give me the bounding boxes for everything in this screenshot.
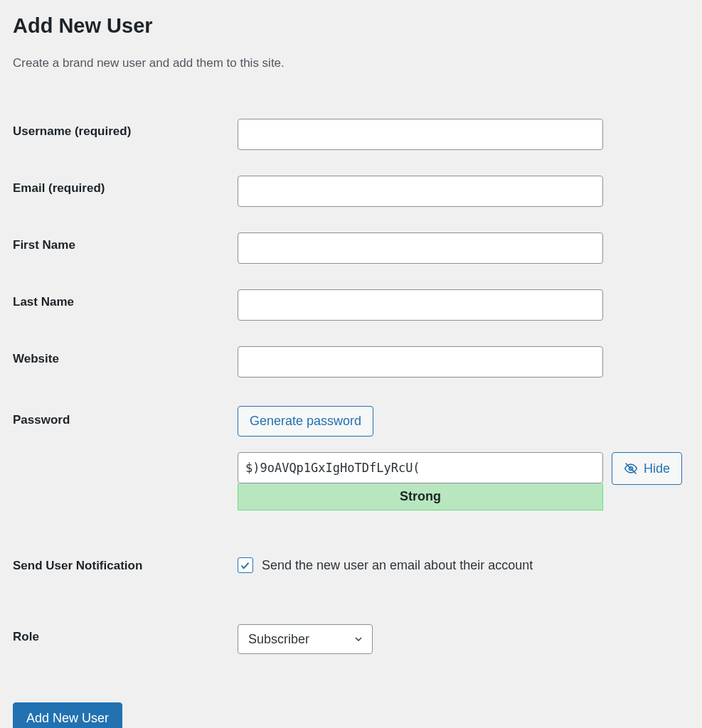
notification-label: Send User Notification	[13, 559, 142, 572]
password-label: Password	[13, 413, 70, 427]
send-notification-checkbox[interactable]	[238, 557, 253, 573]
hide-password-button[interactable]: Hide	[612, 452, 682, 485]
username-label: Username (required)	[13, 124, 131, 138]
role-select[interactable]: Subscriber	[238, 624, 373, 654]
password-input[interactable]	[238, 452, 603, 483]
eye-slash-icon	[624, 461, 638, 476]
notification-checkbox-label: Send the new user an email about their a…	[262, 558, 533, 573]
page-description: Create a brand new user and add them to …	[13, 56, 689, 70]
last-name-label: Last Name	[13, 295, 74, 309]
email-label: Email (required)	[13, 181, 105, 195]
add-user-form: Username (required) Email (required) Fir…	[13, 106, 689, 667]
username-input[interactable]	[238, 119, 603, 150]
first-name-label: First Name	[13, 238, 75, 252]
email-input[interactable]	[238, 176, 603, 207]
first-name-input[interactable]	[238, 232, 603, 264]
role-label: Role	[13, 630, 39, 643]
password-strength-indicator: Strong	[238, 483, 603, 510]
generate-password-button[interactable]: Generate password	[238, 406, 373, 437]
check-icon	[240, 560, 250, 571]
website-input[interactable]	[238, 346, 603, 378]
add-new-user-button[interactable]: Add New User	[13, 702, 122, 728]
website-label: Website	[13, 352, 59, 365]
last-name-input[interactable]	[238, 289, 603, 321]
page-title: Add New User	[13, 14, 689, 38]
